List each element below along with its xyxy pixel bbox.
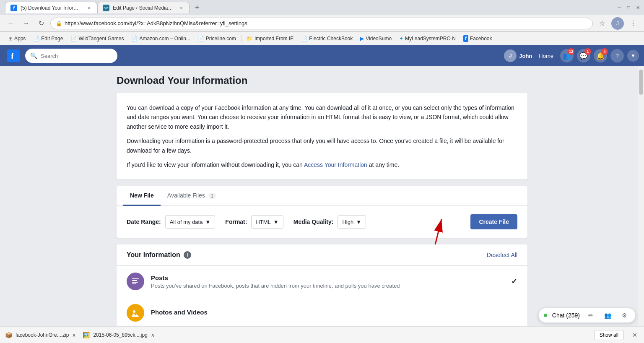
address-input[interactable]: 🔒 https://www.facebook.com/dyi/?x=AdkB8p… (50, 18, 593, 29)
format-value: HTML (256, 219, 270, 225)
list-item: Posts Posts you've shared on Facebook, p… (117, 266, 527, 297)
svg-rect-4 (132, 278, 139, 279)
your-information-section: Your Information i Deselect All Posts Po… (117, 244, 527, 326)
chat-add-friends-button[interactable]: 👥 (602, 309, 613, 321)
create-file-button[interactable]: Create File (470, 214, 517, 229)
posts-item-desc: Posts you've shared on Facebook, posts t… (151, 283, 504, 289)
format-select[interactable]: HTML ▼ (251, 215, 283, 229)
your-information-help-icon[interactable]: i (184, 251, 191, 259)
back-button[interactable]: ← (5, 18, 17, 29)
file-options: Date Range: All of my data ▼ Format: HTM… (117, 206, 527, 238)
maximize-button[interactable]: □ (626, 5, 631, 10)
address-bar: ← → ↻ 🔒 https://www.facebook.com/dyi/?x=… (0, 15, 644, 32)
search-icon: 🔍 (30, 52, 37, 59)
bookmark-electric[interactable]: 📄 Electric CheckBook (298, 34, 356, 43)
more-options-button[interactable]: ⋮ (627, 18, 639, 29)
bookmark-facebook[interactable]: f Facebook (460, 34, 496, 43)
username-label: John (519, 53, 532, 59)
bookmark-wildtangent[interactable]: 📄 WildTangent Games (67, 34, 127, 43)
facebook-search-box[interactable]: 🔍 (25, 49, 117, 63)
search-input[interactable] (41, 53, 112, 59)
forward-button[interactable]: → (20, 18, 32, 29)
new-tab-button[interactable]: + (191, 2, 203, 13)
access-your-information-link[interactable]: Access Your Information (304, 161, 367, 168)
tabs-header: New File Available Files 1 (117, 186, 527, 206)
friend-requests-badge: 12 (568, 48, 574, 55)
close-downloads-button[interactable]: ✕ (631, 331, 639, 339)
bookmark-priceline[interactable]: 📄 Priceline.com (195, 34, 239, 43)
tabs-container: f (5) Download Your Information × W Edit… (5, 2, 615, 13)
zip-file-icon: 📦 (5, 332, 12, 338)
show-all-button[interactable]: Show all (594, 330, 624, 340)
doc-icon-1: 📄 (33, 36, 39, 42)
browser-tab-2[interactable]: W Edit Page ‹ Social Media Profits – × (97, 2, 190, 13)
posts-icon (131, 277, 140, 286)
download-item-2: 🖼️ 2015-06-05_895ck....jpg ∧ (83, 332, 154, 338)
deselect-all-button[interactable]: Deselect All (487, 252, 517, 258)
close-window-button[interactable]: ✕ (635, 5, 641, 10)
bookmark-videosumo-label: VideoSumo (366, 36, 392, 42)
user-profile-button[interactable]: J John (504, 49, 532, 62)
info-paragraph-3-suffix: at any time. (369, 161, 399, 168)
title-bar: f (5) Download Your Information × W Edit… (0, 0, 644, 15)
avatar: J (504, 49, 517, 62)
date-range-label: Date Range: (127, 218, 161, 225)
bookmark-edit-page[interactable]: 📄 Edit Page (30, 34, 66, 43)
bookmark-imported-ie[interactable]: 📁 Imported From IE (243, 34, 297, 43)
scrollbar[interactable] (638, 66, 644, 326)
notifications-button[interactable]: 🔔 4 (594, 49, 607, 62)
bookmark-videosumo[interactable]: ▶ VideoSumo (357, 34, 395, 43)
facebook-navbar: f 🔍 J John Home 👥 12 💬 1 🔔 4 ? (0, 45, 644, 66)
refresh-button[interactable]: ↻ (35, 18, 47, 29)
info-paragraph-1: You can download a copy of your Facebook… (127, 103, 517, 131)
download-expand-icon-1[interactable]: ∧ (72, 332, 76, 338)
format-group: Format: HTML ▼ (225, 215, 283, 229)
quality-select[interactable]: High ▼ (338, 215, 366, 229)
bookmark-electric-label: Electric CheckBook (309, 36, 353, 42)
info-paragraph-3-text: If you'd like to view your information w… (127, 161, 303, 168)
quality-chevron-icon: ▼ (356, 219, 361, 225)
doc-icon-4: 📄 (198, 36, 204, 42)
chat-compose-button[interactable]: ✏ (585, 309, 597, 321)
bookmark-apps[interactable]: ⊞ Apps (5, 34, 29, 43)
photos-videos-icon (131, 308, 140, 317)
facebook-logo[interactable]: f (5, 47, 22, 64)
bookmark-star-button[interactable]: ☆ (596, 18, 608, 29)
minimize-button[interactable]: ─ (616, 5, 622, 10)
date-range-select[interactable]: All of my data ▼ (165, 215, 216, 229)
format-label: Format: (225, 218, 247, 225)
tab-new-file[interactable]: New File (123, 186, 161, 206)
svg-rect-7 (132, 283, 136, 284)
user-avatar-button[interactable]: J (611, 17, 624, 30)
bookmark-facebook-label: Facebook (470, 36, 492, 42)
tab-title-1: (5) Download Your Information (21, 5, 81, 11)
account-dropdown-button[interactable]: ▼ (627, 50, 639, 62)
tab-available-files[interactable]: Available Files 1 (161, 186, 223, 206)
apps-grid-icon: ⊞ (8, 36, 13, 42)
browser-tab-1[interactable]: f (5) Download Your Information × (5, 2, 97, 13)
chat-widget[interactable]: Chat (259) ✏ 👥 ⚙ (538, 308, 636, 323)
bookmark-amazon-label: Amazon.com – Onlin... (139, 36, 190, 42)
posts-item-title: Posts (151, 274, 504, 281)
bookmark-amazon[interactable]: 📄 Amazon.com – Onlin... (128, 34, 193, 43)
photos-videos-item-text: Photos and Videos (151, 309, 517, 317)
bookmark-mlsp-label: MyLeadSystemPRO N (405, 36, 456, 42)
download-expand-icon-2[interactable]: ∧ (151, 332, 155, 338)
tab-favicon-2: W (103, 5, 109, 11)
scroll-thumb[interactable] (639, 70, 643, 95)
bookmark-mlsp[interactable]: ✦ MyLeadSystemPRO N (396, 34, 459, 43)
bookmark-imported-ie-label: Imported From IE (254, 36, 293, 42)
tab-close-1[interactable]: × (86, 5, 92, 11)
date-range-chevron-icon: ▼ (205, 219, 210, 225)
format-chevron-icon: ▼ (273, 219, 279, 225)
tab-close-2[interactable]: × (179, 5, 184, 11)
posts-checkmark-icon[interactable]: ✓ (511, 277, 517, 286)
info-box: You can download a copy of your Facebook… (117, 93, 527, 179)
svg-rect-5 (132, 280, 137, 281)
messenger-button[interactable]: 💬 1 (577, 49, 590, 62)
home-link[interactable]: Home (535, 51, 557, 61)
chat-settings-button[interactable]: ⚙ (618, 309, 630, 321)
help-button[interactable]: ? (610, 49, 624, 62)
bookmark-apps-label: Apps (14, 36, 26, 42)
friend-requests-button[interactable]: 👥 12 (560, 49, 574, 62)
